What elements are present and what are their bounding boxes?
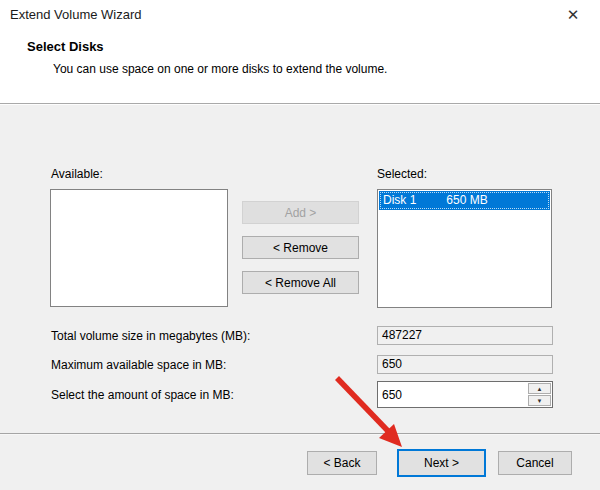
selected-disk-item[interactable]: Disk 1 650 MB	[379, 191, 550, 210]
close-icon[interactable]: ✕	[558, 2, 588, 28]
spinner-up-icon[interactable]: ▲	[528, 383, 551, 394]
disk-name: Disk 1	[383, 191, 443, 210]
total-volume-size-value: 487227	[377, 326, 553, 345]
available-label: Available:	[51, 167, 103, 181]
page-title: Select Disks	[27, 39, 104, 54]
next-button[interactable]: Next >	[397, 449, 486, 477]
back-button[interactable]: < Back	[307, 451, 377, 475]
selected-disks-listbox[interactable]: Disk 1 650 MB	[377, 189, 552, 308]
cancel-button[interactable]: Cancel	[498, 451, 572, 475]
add-button[interactable]: Add >	[242, 201, 359, 224]
remove-all-button[interactable]: < Remove All	[242, 271, 359, 294]
disk-size: 650 MB	[446, 193, 487, 207]
selected-label: Selected:	[377, 167, 427, 181]
remove-button[interactable]: < Remove	[242, 236, 359, 259]
total-volume-size-label: Total volume size in megabytes (MB):	[51, 329, 250, 343]
amount-spinner: ▲ ▼	[377, 381, 553, 408]
available-disks-listbox[interactable]	[50, 189, 228, 307]
max-available-space-label: Maximum available space in MB:	[51, 358, 226, 372]
amount-input[interactable]	[378, 382, 526, 407]
max-available-space-value: 650	[377, 355, 553, 374]
page-subtitle: You can use space on one or more disks t…	[53, 62, 387, 76]
spinner-buttons: ▲ ▼	[528, 383, 551, 406]
extend-volume-wizard-dialog: Extend Volume Wizard ✕ Select Disks You …	[0, 0, 600, 490]
window-title: Extend Volume Wizard	[10, 7, 142, 22]
spinner-down-icon[interactable]: ▼	[528, 395, 551, 406]
amount-of-space-label: Select the amount of space in MB:	[51, 388, 234, 402]
